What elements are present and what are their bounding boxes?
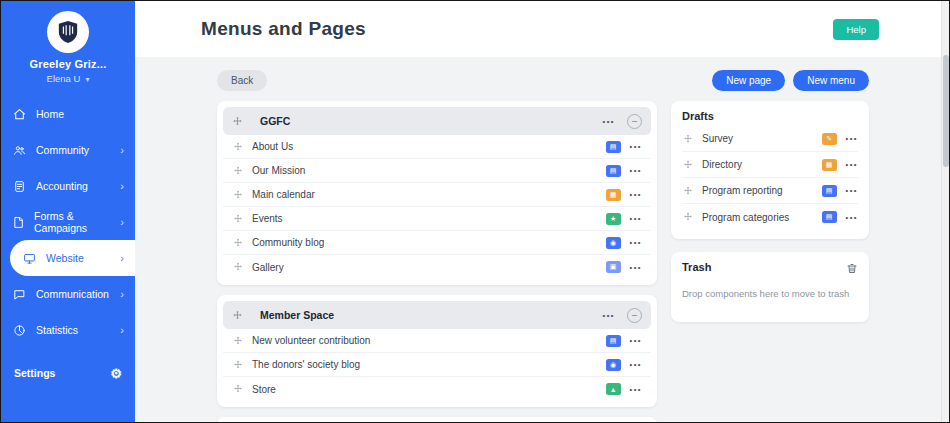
gear-icon: ⚙ xyxy=(110,366,122,381)
sidebar-item-website[interactable]: Website › xyxy=(10,240,135,276)
drag-handle-icon[interactable] xyxy=(683,212,693,222)
draft-item-label: Directory xyxy=(702,159,822,170)
menu-item-label: The donors' society blog xyxy=(252,359,606,370)
draft-item-label: Survey xyxy=(702,133,822,144)
drag-handle-icon[interactable] xyxy=(233,336,243,346)
more-menu-button[interactable]: ••• xyxy=(630,166,642,175)
menu-item[interactable]: Store ▲ ••• xyxy=(223,377,651,401)
new-page-button[interactable]: New page xyxy=(712,70,785,91)
trash-description: Drop components here to move to trash xyxy=(682,288,858,313)
drag-handle-icon[interactable] xyxy=(233,166,243,176)
drag-handle-icon[interactable] xyxy=(683,160,693,170)
drag-handle-icon[interactable] xyxy=(683,134,693,144)
draft-item[interactable]: Program categories ▤ ••• xyxy=(682,204,858,230)
gallery-icon: ▣ xyxy=(606,261,621,273)
menu-item[interactable]: Our Mission ▤ ••• xyxy=(223,159,651,183)
sidebar-item-accounting[interactable]: Accounting › xyxy=(1,168,135,204)
more-menu-button[interactable]: ••• xyxy=(630,214,642,223)
menu-item[interactable]: The donors' society blog ◉ ••• xyxy=(223,353,651,377)
page-icon: ▤ xyxy=(606,141,621,153)
club-name: Greeley Griz... xyxy=(1,58,135,70)
draft-item[interactable]: Program reporting ▤ ••• xyxy=(682,178,858,204)
collapse-button[interactable]: – xyxy=(627,114,642,129)
page-icon: ▤ xyxy=(606,165,621,177)
menu-item[interactable]: New volunteer contribution ▤ ••• xyxy=(223,329,651,353)
back-button[interactable]: Back xyxy=(217,70,267,91)
drag-handle-icon[interactable] xyxy=(683,186,693,196)
more-menu-button[interactable]: ••• xyxy=(630,142,642,151)
sidebar-item-forms-campaigns[interactable]: Forms & Campaigns › xyxy=(1,204,135,240)
drag-handle-icon[interactable] xyxy=(232,116,243,127)
draft-item-label: Program reporting xyxy=(702,185,822,196)
more-menu-button[interactable]: ••• xyxy=(846,186,858,195)
more-menu-button[interactable]: ••• xyxy=(846,213,858,222)
menu-item[interactable]: Main calendar ▦ ••• xyxy=(223,183,651,207)
page-icon: ▤ xyxy=(606,335,621,347)
menu-group-title: Member Space xyxy=(260,309,334,321)
monitor-icon xyxy=(22,252,37,265)
more-menu-button[interactable]: ••• xyxy=(603,117,615,126)
menu-item[interactable]: Gallery ▣ ••• xyxy=(223,255,651,279)
chevron-right-icon: › xyxy=(120,180,124,192)
sidebar-item-community[interactable]: Community › xyxy=(1,132,135,168)
menu-item-label: Store xyxy=(252,384,606,395)
menu-item-list: New volunteer contribution ▤ ••• The don… xyxy=(223,329,651,401)
chat-bubble-icon xyxy=(12,288,27,301)
more-menu-button[interactable]: ••• xyxy=(630,336,642,345)
more-menu-button[interactable]: ••• xyxy=(630,360,642,369)
menu-group-header[interactable]: GGFC ••• – xyxy=(223,107,651,135)
sidebar-item-settings[interactable]: Settings ⚙ xyxy=(1,356,135,390)
user-menu[interactable]: Elena U▾ xyxy=(1,73,135,84)
chevron-right-icon: › xyxy=(120,216,124,228)
chevron-right-icon: › xyxy=(120,252,124,264)
drag-handle-icon[interactable] xyxy=(233,214,243,224)
drag-handle-icon[interactable] xyxy=(233,384,243,394)
sidebar-item-label: Statistics xyxy=(36,324,78,336)
club-logo[interactable] xyxy=(47,11,89,53)
draft-item[interactable]: Directory ▦ ••• xyxy=(682,152,858,178)
chevron-right-icon: › xyxy=(120,288,124,300)
menu-item-label: About Us xyxy=(252,141,606,152)
drag-handle-icon[interactable] xyxy=(233,142,243,152)
blog-icon: ◉ xyxy=(606,359,621,371)
more-menu-button[interactable]: ••• xyxy=(630,238,642,247)
sidebar-item-communication[interactable]: Communication › xyxy=(1,276,135,312)
collapse-button[interactable]: – xyxy=(627,308,642,323)
menu-item-label: Gallery xyxy=(252,262,606,273)
menu-item[interactable]: Events ★ ••• xyxy=(223,207,651,231)
more-menu-button[interactable]: ••• xyxy=(630,263,642,272)
community-icon xyxy=(12,144,27,157)
drag-handle-icon[interactable] xyxy=(233,360,243,370)
more-menu-button[interactable]: ••• xyxy=(630,385,642,394)
trash-icon[interactable] xyxy=(846,261,858,279)
menu-group-header[interactable]: Member Space ••• – xyxy=(223,301,651,329)
drafts-panel: Drafts Survey ✎ ••• xyxy=(671,101,869,239)
page-title: Menus and Pages xyxy=(201,18,366,40)
menu-item-list: About Us ▤ ••• Our Mission ▤ ••• xyxy=(223,135,651,279)
sidebar-item-statistics[interactable]: Statistics › xyxy=(1,312,135,348)
more-menu-button[interactable]: ••• xyxy=(846,160,858,169)
new-menu-button[interactable]: New menu xyxy=(793,70,869,91)
menu-item[interactable]: About Us ▤ ••• xyxy=(223,135,651,159)
draft-item[interactable]: Survey ✎ ••• xyxy=(682,126,858,152)
menu-item-label: Events xyxy=(252,213,606,224)
scrollbar[interactable] xyxy=(941,1,949,422)
drag-handle-icon[interactable] xyxy=(233,190,243,200)
more-menu-button[interactable]: ••• xyxy=(603,311,615,320)
sidebar-item-label: Forms & Campaigns xyxy=(34,210,111,234)
sidebar-item-label: Accounting xyxy=(36,180,88,192)
menu-tree-column: GGFC ••• – About Us ▤ ••• xyxy=(217,101,657,422)
more-menu-button[interactable]: ••• xyxy=(630,190,642,199)
menu-group-partial xyxy=(217,417,657,422)
drag-handle-icon[interactable] xyxy=(233,262,243,272)
document-icon xyxy=(12,216,25,229)
more-menu-button[interactable]: ••• xyxy=(846,134,858,143)
scrollbar-thumb[interactable] xyxy=(943,55,949,167)
menu-item[interactable]: Community blog ◉ ••• xyxy=(223,231,651,255)
calendar-icon: ▦ xyxy=(606,189,621,201)
drag-handle-icon[interactable] xyxy=(232,310,243,321)
sidebar-item-home[interactable]: Home xyxy=(1,96,135,132)
help-button[interactable]: Help xyxy=(833,19,879,40)
drag-handle-icon[interactable] xyxy=(233,238,243,248)
sidebar-item-label: Website xyxy=(46,252,84,264)
